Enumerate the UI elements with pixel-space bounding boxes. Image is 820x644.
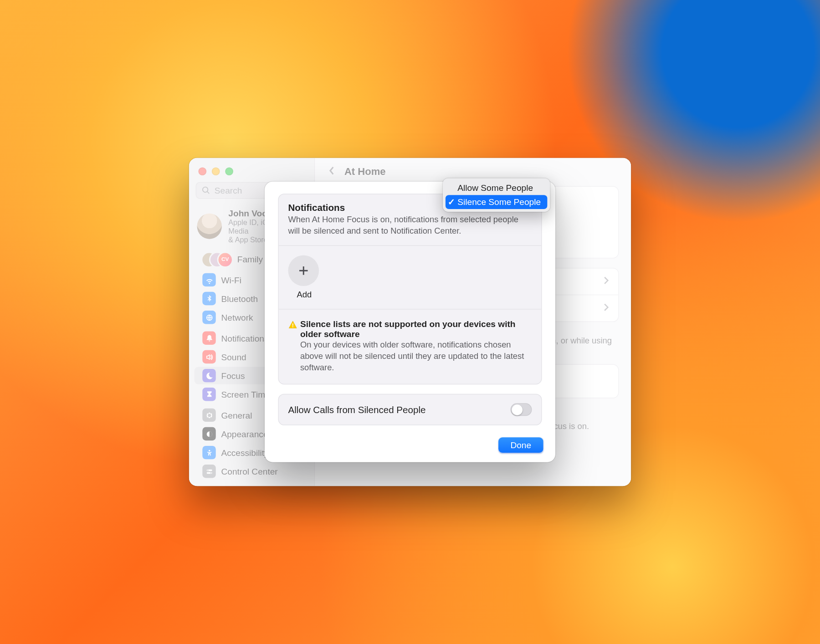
add-label: Add (297, 290, 532, 300)
svg-point-8 (292, 326, 293, 327)
allow-calls-row: Allow Calls from Silenced People (278, 394, 542, 425)
sidebar-item-label: Notifications (221, 333, 268, 343)
gear-icon (202, 409, 215, 422)
chevron-left-icon (328, 166, 335, 175)
network-icon (202, 311, 215, 324)
done-button[interactable]: Done (498, 438, 543, 453)
sidebar-item-label: Bluetooth (221, 294, 258, 304)
sidebar-item-label: Accessibility (221, 448, 268, 458)
sheet-main-group: Notifications When At Home Focus is on, … (278, 194, 542, 385)
warning-sub: On your devices with older software, not… (300, 339, 532, 373)
hourglass-icon (202, 388, 215, 401)
avatar (197, 214, 222, 239)
sidebar-item-label: Focus (221, 371, 245, 381)
plus-icon (297, 265, 309, 276)
sidebar-item-label: General (221, 410, 252, 420)
popup-option-allow[interactable]: ✓ Allow Some People (446, 181, 547, 195)
sidebar-item-label: Screen Time (221, 389, 270, 399)
svg-point-6 (210, 472, 211, 473)
add-person-button[interactable] (288, 255, 319, 286)
popup-option-label: Silence Some People (457, 197, 541, 207)
sidebar-item-controlcenter[interactable]: Control Center (195, 463, 309, 480)
sheet-subtitle: When At Home Focus is on, notifications … (288, 215, 532, 237)
sidebar-item-label: Control Center (221, 466, 277, 476)
warning-title: Silence lists are not supported on your … (300, 319, 532, 339)
search-icon (202, 186, 210, 195)
allow-calls-label: Allow Calls from Silenced People (288, 404, 425, 415)
sidebar-item-label: Wi-Fi (221, 275, 241, 285)
sidebar-item-label: Sound (221, 352, 246, 362)
family-avatars (202, 253, 232, 266)
svg-rect-7 (292, 323, 293, 326)
popup-option-label: Allow Some People (457, 183, 533, 193)
popup-option-silence[interactable]: ✓ Silence Some People (446, 195, 547, 209)
focus-notifications-sheet: ✓ Allow Some People ✓ Silence Some Peopl… (265, 182, 555, 462)
back-button[interactable] (326, 165, 338, 177)
zoom-window-button[interactable] (225, 167, 233, 175)
bluetooth-icon (202, 292, 215, 305)
svg-point-5 (207, 470, 208, 470)
page-title: At Home (344, 165, 386, 176)
chevron-right-icon (604, 303, 609, 313)
search-placeholder: Search (215, 185, 242, 195)
appearance-icon (202, 427, 215, 440)
minimize-window-button[interactable] (212, 167, 220, 175)
svg-point-2 (208, 450, 210, 451)
moon-icon (202, 369, 215, 382)
sidebar-item-label: Family (237, 255, 263, 265)
bell-icon (202, 332, 215, 345)
wifi-icon (202, 273, 215, 286)
window-traffic-lights (189, 164, 314, 182)
sidebar-item-label: Network (221, 312, 253, 322)
sidebar-item-label: Appearance (221, 429, 268, 439)
allow-silence-popup: ✓ Allow Some People ✓ Silence Some Peopl… (443, 178, 550, 212)
control-center-icon (202, 465, 215, 478)
close-window-button[interactable] (198, 167, 206, 175)
accessibility-icon (202, 446, 215, 459)
chevron-right-icon (604, 276, 609, 286)
sound-icon (202, 350, 215, 363)
allow-calls-toggle[interactable] (511, 404, 532, 416)
warning-icon (288, 320, 297, 330)
